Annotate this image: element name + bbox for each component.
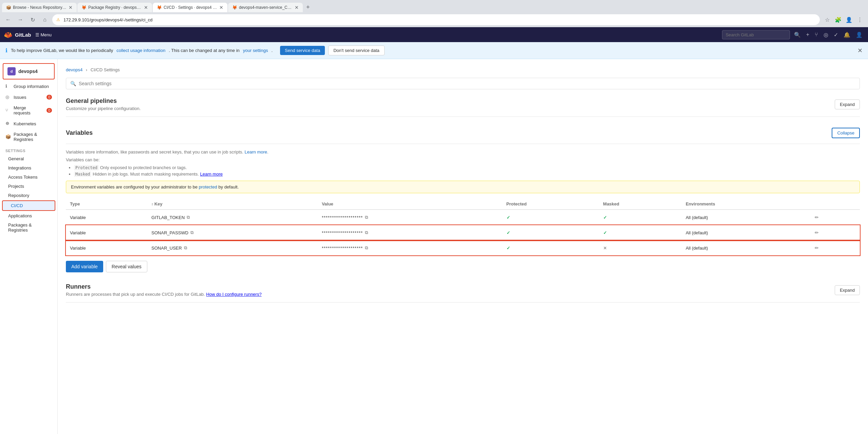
row-3-edit-button[interactable]: ✏ (813, 244, 820, 252)
row-2-edit-button[interactable]: ✏ (813, 229, 820, 237)
search-settings-input[interactable] (79, 81, 855, 86)
sidebar-item-issues[interactable]: ◎ Issues 0 (0, 92, 57, 103)
tab-3-close[interactable]: ✕ (219, 5, 223, 10)
merge-requests-badge: 0 (47, 108, 52, 113)
sidebar-sub-item-projects[interactable]: Projects (0, 182, 57, 191)
sidebar-item-kubernetes[interactable]: ☸ Kubernetes (0, 118, 57, 129)
tab-4-close[interactable]: ✕ (295, 5, 299, 10)
main-content: devops4 › CI/CD Settings 🔍 General pipel… (58, 59, 868, 434)
sidebar-item-group-information[interactable]: ℹ Group information (0, 81, 57, 92)
home-button[interactable]: ⌂ (40, 15, 50, 24)
general-pipelines-expand-button[interactable]: Expand (835, 100, 860, 109)
create-icon[interactable]: + (805, 30, 811, 39)
reload-button[interactable]: ↻ (28, 15, 37, 24)
dont-send-service-data-button[interactable]: Don't send service data (328, 46, 384, 55)
your-settings-link[interactable]: your settings (243, 48, 268, 53)
url-bar[interactable]: ⚠ 172.29.9.101/groups/devops4/-/settings… (52, 14, 820, 25)
sidebar-item-packages-label: Packages & Registries (14, 132, 52, 142)
masked-learn-more-link[interactable]: Learn more (200, 171, 222, 177)
variables-list-masked: Masked Hidden in job logs. Must match ma… (74, 171, 860, 177)
general-pipelines-title-group: General pipelines Customize your pipelin… (66, 97, 141, 111)
env-warning-suffix: by default. (218, 184, 239, 189)
merge-request-icon[interactable]: ⑂ (813, 30, 819, 39)
variables-desc-text: Variables store information, like passwo… (66, 149, 243, 155)
reveal-values-button[interactable]: Reveal values (106, 261, 147, 272)
tab-3-favicon: 🦊 (157, 5, 162, 10)
tab-2-title: Package Registry · devops4 · C... (88, 5, 142, 10)
sidebar-group-name[interactable]: d devops4 (3, 63, 55, 79)
sidebar-sub-item-applications[interactable]: Applications (0, 211, 57, 220)
forward-button[interactable]: → (16, 15, 25, 24)
back-button[interactable]: ← (3, 15, 13, 24)
sidebar-item-merge-requests-label: Merge requests (14, 105, 44, 115)
gitlab-logo[interactable]: GitLab (4, 31, 31, 39)
todo-icon[interactable]: ✓ (832, 30, 839, 39)
sidebar-sub-item-packages-registries-settings[interactable]: Packages & Registries (0, 220, 57, 235)
row-1-copy-icon[interactable]: ⧉ (187, 215, 190, 220)
search-header-icon[interactable]: 🔍 (793, 30, 802, 39)
row-3-copy-icon[interactable]: ⧉ (184, 245, 187, 251)
browser-tab-1[interactable]: 📦 Browse - Nexus Repository M... ✕ (2, 3, 77, 12)
add-variable-button[interactable]: Add variable (66, 261, 103, 272)
close-banner-button[interactable]: ✕ (857, 47, 863, 54)
send-service-data-button[interactable]: Send service data (280, 46, 325, 55)
row-2-edit: ✏ (809, 225, 860, 240)
search-icon: 🔍 (70, 81, 76, 86)
menu-dots-button[interactable]: ⋮ (855, 15, 865, 24)
tab-1-title: Browse - Nexus Repository M... (13, 5, 67, 10)
variables-can-be-label: Variables can be: (66, 157, 860, 162)
browser-tab-3[interactable]: 🦊 CI/CD · Settings · devops4 · Gi... ✕ (153, 3, 227, 12)
variables-learn-more-link[interactable]: Learn more (245, 149, 267, 155)
row-3-edit: ✏ (809, 240, 860, 256)
issues-icon[interactable]: ◎ (822, 30, 830, 39)
extension-button[interactable]: 🧩 (833, 15, 843, 24)
sidebar-item-packages-registries[interactable]: 📦 Packages & Registries (0, 129, 57, 145)
runners-subtitle: Runners are processes that pick up and e… (66, 292, 262, 297)
profile-button[interactable]: 👤 (844, 15, 854, 24)
row-1-value-copy-icon[interactable]: ⧉ (365, 215, 368, 220)
runners-config-link[interactable]: How do I configure runners? (206, 292, 261, 297)
sidebar-sub-item-cicd[interactable]: CI/CD (2, 200, 55, 211)
tab-3-title: CI/CD · Settings · devops4 · Gi... (164, 5, 217, 10)
table-row: Variable GITLAB_TOKEN ⧉ ****************… (66, 210, 860, 225)
sidebar-sub-item-integrations[interactable]: Integrations (0, 163, 57, 173)
tab-2-close[interactable]: ✕ (144, 5, 148, 10)
env-warning-protected-link[interactable]: protected (199, 184, 217, 189)
row-2-value: ******************** ⧉ (318, 225, 502, 240)
gitlab-search-input[interactable] (722, 30, 790, 39)
browser-tab-4[interactable]: 🦊 devops4-maven-service_CD #... ✕ (228, 3, 303, 12)
col-header-protected: Protected (502, 199, 599, 210)
sidebar-sub-item-general[interactable]: General (0, 154, 57, 163)
search-bar-container: 🔍 (66, 78, 860, 89)
row-3-value-copy-icon[interactable]: ⧉ (365, 245, 368, 251)
row-2-copy-icon[interactable]: ⧉ (190, 230, 193, 235)
variables-table-header-row: Type ↑ Key Value Protected Masked Enviro… (66, 199, 860, 210)
row-2-key-text: SONAR_PASSWD (151, 230, 188, 235)
sidebar-item-merge-requests[interactable]: ⑂ Merge requests 0 (0, 103, 57, 118)
variables-section: Variables Collapse Variables store infor… (66, 128, 860, 272)
col-header-type: Type (66, 199, 147, 210)
new-tab-button[interactable]: + (303, 2, 313, 12)
collect-usage-link[interactable]: collect usage information (116, 48, 165, 53)
gitlab-header: GitLab ☰ Menu 🔍 + ⑂ ◎ ✓ 🔔 👤 (0, 27, 868, 42)
browser-tab-2[interactable]: 🦊 Package Registry · devops4 · C... ✕ (77, 3, 152, 12)
breadcrumb-parent-link[interactable]: devops4 (66, 67, 82, 72)
variables-collapse-button[interactable]: Collapse (832, 128, 860, 138)
row-2-value-copy-icon[interactable]: ⧉ (365, 230, 368, 235)
row-2-type: Variable (66, 225, 147, 240)
col-header-actions (809, 199, 860, 210)
sidebar-sub-item-repository[interactable]: Repository (0, 191, 57, 200)
runners-expand-button[interactable]: Expand (835, 285, 860, 295)
row-1-edit-button[interactable]: ✏ (813, 213, 820, 221)
browser-address-bar: ← → ↻ ⌂ ⚠ 172.29.9.101/groups/devops4/-/… (0, 12, 868, 27)
user-avatar-icon[interactable]: 👤 (854, 30, 864, 39)
tab-1-close[interactable]: ✕ (69, 5, 73, 10)
bookmark-button[interactable]: ☆ (823, 15, 832, 24)
row-1-key-text: GITLAB_TOKEN (151, 215, 185, 220)
sidebar-sub-item-access-tokens[interactable]: Access Tokens (0, 173, 57, 182)
menu-button[interactable]: ☰ Menu (35, 32, 52, 37)
info-text-middle: . This can be changed at any time in (169, 48, 240, 53)
row-2-protected: ✓ (502, 225, 599, 240)
row-3-key-text: SONAR_USER (151, 246, 182, 251)
notifications-icon[interactable]: 🔔 (842, 30, 852, 39)
